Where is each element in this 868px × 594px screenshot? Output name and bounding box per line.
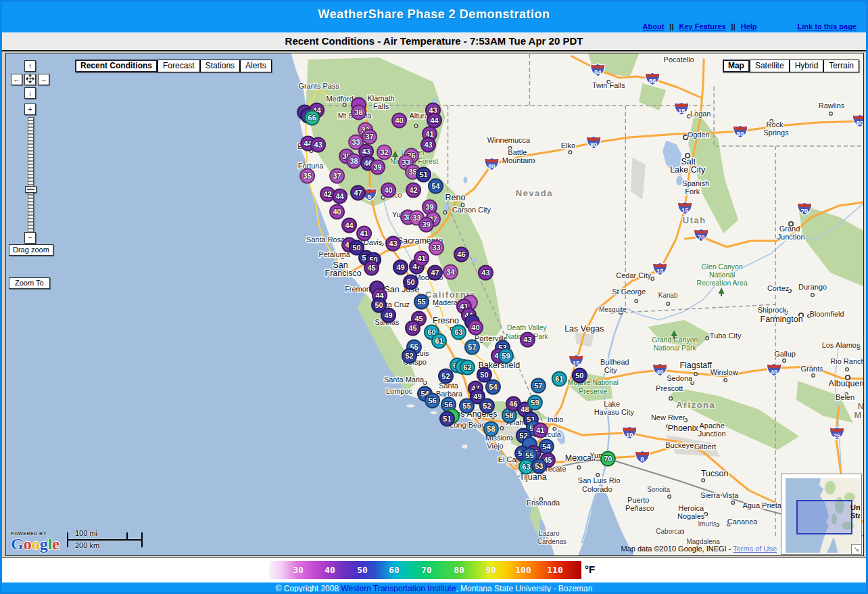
minimap-canvas[interactable]: UniSta xyxy=(786,478,860,553)
pan-center-button[interactable] xyxy=(24,74,36,85)
zoom-out-button[interactable]: − xyxy=(24,232,36,244)
map-canvas[interactable]: Grants PassMedfordKlamathFallsAlturasEur… xyxy=(5,53,864,556)
temp-marker-63[interactable]: 63 xyxy=(519,460,533,474)
temp-marker-54[interactable]: 54 xyxy=(486,380,500,394)
temp-marker-51[interactable]: 51 xyxy=(416,168,431,182)
temp-marker-43[interactable]: 43 xyxy=(421,138,435,152)
temp-marker-53[interactable]: 53 xyxy=(532,459,546,474)
zoom-slider-track[interactable] xyxy=(28,117,34,233)
temp-marker-45[interactable]: 45 xyxy=(406,321,420,336)
temp-marker-42[interactable]: 42 xyxy=(406,183,420,198)
svg-text:70: 70 xyxy=(698,233,705,240)
temp-marker-54[interactable]: 54 xyxy=(539,440,554,454)
temp-marker-47[interactable]: 47 xyxy=(351,186,365,200)
tab-stations[interactable]: Stations xyxy=(200,60,240,72)
temp-marker-41[interactable]: 41 xyxy=(357,227,371,241)
svg-text:43: 43 xyxy=(362,147,370,156)
base-map[interactable]: Grants PassMedfordKlamathFallsAlturasEur… xyxy=(6,53,863,555)
temp-marker-66[interactable]: 66 xyxy=(305,111,319,125)
temp-marker-37[interactable]: 37 xyxy=(362,130,377,144)
temp-marker-44[interactable]: 44 xyxy=(427,114,441,128)
temp-marker-43[interactable]: 43 xyxy=(479,266,493,280)
about-link[interactable]: About xyxy=(643,22,665,30)
temp-marker-40[interactable]: 40 xyxy=(468,321,483,335)
temp-marker-61[interactable]: 61 xyxy=(432,334,446,348)
pan-up-button[interactable]: ↑ xyxy=(24,60,36,72)
temp-marker-49[interactable]: 49 xyxy=(393,260,408,275)
legend-tick-110: 110 xyxy=(547,565,562,575)
temp-marker-55[interactable]: 55 xyxy=(460,399,474,413)
temp-marker-45[interactable]: 45 xyxy=(364,261,379,275)
temp-marker-55[interactable]: 55 xyxy=(414,295,429,309)
temp-marker-62[interactable]: 62 xyxy=(460,361,475,375)
pan-down-button[interactable]: ↓ xyxy=(24,87,36,99)
temp-marker-57[interactable]: 57 xyxy=(531,379,546,393)
temp-marker-40[interactable]: 40 xyxy=(381,183,395,198)
map-label: Springs xyxy=(763,129,789,137)
link-separator: || xyxy=(669,22,673,30)
temp-marker-38[interactable]: 38 xyxy=(352,106,366,120)
temp-marker-35[interactable]: 35 xyxy=(300,169,314,183)
temp-marker-38[interactable]: 38 xyxy=(347,154,361,168)
temp-marker-46[interactable]: 46 xyxy=(454,248,468,262)
help-link[interactable]: Help xyxy=(741,22,757,30)
temp-marker-44[interactable]: 44 xyxy=(342,219,356,233)
temp-marker-59[interactable]: 59 xyxy=(499,349,513,363)
temp-marker-52[interactable]: 52 xyxy=(439,369,453,384)
overview-minimap[interactable]: UniSta ↘ xyxy=(781,474,862,555)
pan-left-button[interactable]: ← xyxy=(11,74,22,85)
tab-recent-conditions[interactable]: Recent Conditions xyxy=(75,60,158,72)
city-dot xyxy=(343,104,346,107)
temp-marker-50[interactable]: 50 xyxy=(477,368,491,382)
temp-marker-40[interactable]: 40 xyxy=(330,205,344,219)
temp-marker-41[interactable]: 41 xyxy=(414,252,429,266)
temp-marker-43[interactable]: 43 xyxy=(386,237,400,251)
temp-marker-58[interactable]: 58 xyxy=(484,422,498,436)
zoom-in-button[interactable]: + xyxy=(24,104,36,115)
tab-forecast[interactable]: Forecast xyxy=(158,60,200,72)
temp-marker-51[interactable]: 51 xyxy=(440,412,454,426)
temp-marker-59[interactable]: 59 xyxy=(528,396,542,410)
tab-alerts[interactable]: Alerts xyxy=(240,60,272,72)
temp-marker-54[interactable]: 54 xyxy=(429,179,443,193)
temp-marker-43[interactable]: 43 xyxy=(521,333,535,347)
conditions-title-bar: Recent Conditions - Air Temperature - 7:… xyxy=(2,32,866,51)
map-label: National xyxy=(709,271,735,279)
temp-marker-39[interactable]: 39 xyxy=(370,160,385,175)
temp-marker-32[interactable]: 32 xyxy=(377,145,391,160)
minimap-collapse-button[interactable]: ↘ xyxy=(851,544,861,554)
temp-marker-41[interactable]: 41 xyxy=(533,424,548,438)
map-type-satellite[interactable]: Satellite xyxy=(750,60,790,72)
temp-marker-33[interactable]: 33 xyxy=(429,241,443,255)
key-features-link[interactable]: Key Features xyxy=(679,22,726,30)
temp-marker-56[interactable]: 56 xyxy=(425,394,439,408)
temp-marker-70[interactable]: 70 xyxy=(601,452,615,466)
temp-marker-49[interactable]: 49 xyxy=(381,309,395,323)
temp-marker-39[interactable]: 39 xyxy=(419,218,433,232)
minimap-viewport[interactable] xyxy=(797,501,852,534)
temp-marker-43[interactable]: 43 xyxy=(311,138,325,152)
terms-of-use-link[interactable]: Terms of Use xyxy=(733,545,777,553)
temp-marker-63[interactable]: 63 xyxy=(452,325,466,340)
zoom-slider-handle[interactable] xyxy=(25,186,37,193)
temp-marker-57[interactable]: 57 xyxy=(465,340,479,355)
temp-marker-34[interactable]: 34 xyxy=(443,265,458,279)
temp-marker-61[interactable]: 61 xyxy=(552,372,566,386)
temp-marker-52[interactable]: 52 xyxy=(402,349,416,363)
map-type-terrain[interactable]: Terrain xyxy=(823,60,859,72)
temp-marker-37[interactable]: 37 xyxy=(330,169,344,183)
map-type-hybrid[interactable]: Hybrid xyxy=(790,60,824,72)
temp-marker-52[interactable]: 52 xyxy=(480,399,494,413)
pan-right-button[interactable]: → xyxy=(38,74,49,85)
zoom-to-button[interactable]: Zoom To xyxy=(9,277,50,289)
temp-marker-50[interactable]: 50 xyxy=(573,369,587,383)
temp-marker-44[interactable]: 44 xyxy=(333,189,347,204)
link-to-page-link[interactable]: Link to this page xyxy=(798,22,857,30)
temp-marker-50[interactable]: 50 xyxy=(404,275,418,290)
map-type-map[interactable]: Map xyxy=(723,60,750,72)
drag-zoom-button[interactable]: Drag zoom xyxy=(9,244,53,256)
google-logo[interactable]: POWERED BY Google xyxy=(11,531,59,552)
wti-link[interactable]: Western Transportation Institute xyxy=(341,584,456,593)
temp-marker-47[interactable]: 47 xyxy=(428,266,442,280)
temp-marker-40[interactable]: 40 xyxy=(392,114,406,128)
